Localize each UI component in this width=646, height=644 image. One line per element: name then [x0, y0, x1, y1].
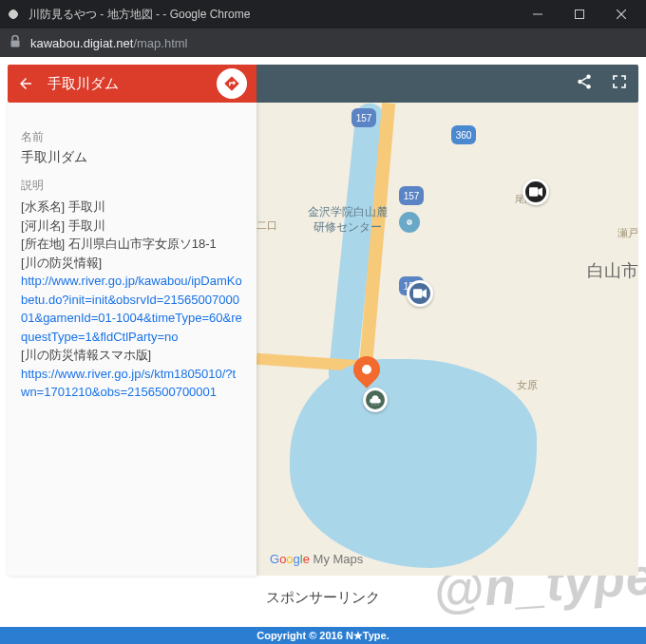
- map-canvas[interactable]: 157 360 157 157 金沢学院白山麓 研修センター 白山市 二口 女原…: [256, 103, 638, 576]
- address-bar[interactable]: kawabou.digiat.net/map.html: [0, 28, 646, 57]
- info-panel: 名前 手取川ダム 説明 [水系名] 手取川 [河川名] 手取川 [所在地] 石川…: [8, 103, 256, 576]
- window-minimize-button[interactable]: [519, 0, 557, 28]
- window-titlebar: 川防見るやつ - 地方地図 - - Google Chrome: [0, 0, 646, 28]
- info-link-sp[interactable]: https://www.river.go.jp/s/ktm1805010/?tw…: [21, 365, 243, 402]
- poi-icon[interactable]: [399, 212, 420, 233]
- svg-point-9: [408, 221, 410, 223]
- rain-marker-icon[interactable]: [363, 388, 388, 412]
- svg-rect-10: [529, 187, 538, 196]
- camera-marker-icon[interactable]: [407, 280, 433, 307]
- route-shield-icon: 360: [451, 125, 476, 144]
- window-close-button[interactable]: [602, 0, 640, 28]
- map-toolbar: [256, 65, 638, 103]
- map-attribution[interactable]: Google My Maps: [270, 552, 363, 566]
- svg-point-7: [586, 85, 591, 89]
- description-label: 説明: [21, 178, 243, 194]
- place-label: 二口: [256, 218, 277, 233]
- water-feature: [290, 359, 537, 568]
- url-host: kawabou.digiat.net: [30, 36, 133, 50]
- desc-line: [水系名] 手取川: [21, 198, 243, 217]
- url-path: /map.html: [133, 36, 187, 50]
- place-title: 手取川ダム: [48, 75, 217, 93]
- place-label: 瀬戸: [618, 226, 638, 240]
- directions-button[interactable]: [217, 68, 247, 99]
- desc-line: [川の防災情報スマホ版]: [21, 346, 243, 365]
- desc-line: [川の防災情報]: [21, 254, 243, 273]
- desc-line: [所在地] 石川県白山市字女原ソ18-1: [21, 235, 243, 254]
- svg-point-5: [586, 75, 591, 80]
- name-value: 手取川ダム: [21, 149, 243, 166]
- sponsor-link-heading: スポンサーリンク: [0, 589, 646, 607]
- route-shield-icon: 157: [352, 108, 376, 127]
- camera-marker-icon[interactable]: [522, 179, 549, 205]
- route-shield-icon: 157: [399, 186, 424, 205]
- window-title: 川防見るやつ - 地方地図 - - Google Chrome: [28, 7, 519, 23]
- back-button[interactable]: [17, 75, 34, 92]
- page-footer: Copyright © 2016 N★Type.: [0, 627, 646, 644]
- lock-icon: [10, 35, 23, 50]
- location-pin-marker[interactable]: [353, 356, 380, 383]
- favicon: [6, 7, 21, 22]
- window-maximize-button[interactable]: [560, 0, 598, 28]
- poi-label[interactable]: 金沢学院白山麓 研修センター: [308, 205, 388, 235]
- svg-rect-4: [11, 41, 20, 47]
- svg-rect-1: [576, 10, 584, 19]
- fullscreen-button[interactable]: [612, 74, 627, 93]
- info-panel-header: 手取川ダム: [8, 65, 256, 103]
- city-label: 白山市: [587, 259, 638, 282]
- place-label: 女原: [517, 378, 538, 392]
- svg-rect-11: [413, 289, 422, 297]
- info-link-pc[interactable]: http://www.river.go.jp/kawabou/ipDamKobe…: [21, 272, 243, 346]
- name-label: 名前: [21, 129, 243, 145]
- share-button[interactable]: [576, 73, 593, 94]
- svg-point-6: [578, 80, 582, 85]
- desc-line: [河川名] 手取川: [21, 217, 243, 236]
